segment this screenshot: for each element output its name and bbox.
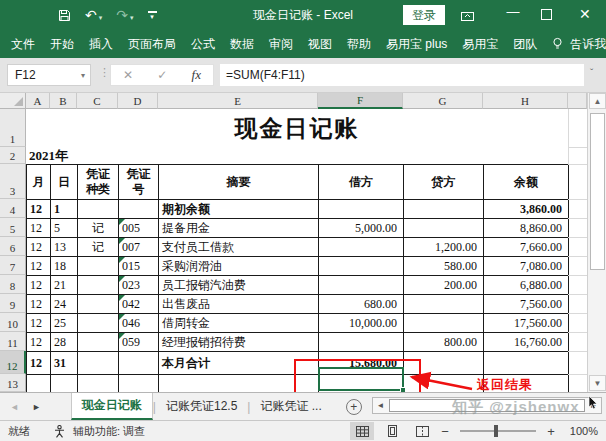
- cell-A6[interactable]: 12: [27, 238, 51, 257]
- column-header-H[interactable]: H: [483, 93, 568, 109]
- scroll-left-icon[interactable]: ◄: [374, 399, 387, 412]
- cell-H10[interactable]: 17,560.00: [484, 314, 569, 333]
- cell-E13[interactable]: [159, 375, 319, 393]
- ribbon-tab-9[interactable]: 易用宝 plus: [385, 36, 448, 53]
- accessibility-status[interactable]: 辅助功能: 调查: [73, 424, 145, 439]
- column-header-E[interactable]: E: [158, 93, 318, 109]
- cell-D9[interactable]: 042: [119, 295, 159, 314]
- login-button[interactable]: 登录: [403, 5, 445, 25]
- cell-G7[interactable]: 580.00: [404, 257, 484, 276]
- cell-C5[interactable]: 记: [78, 219, 119, 238]
- cell-C9[interactable]: [78, 295, 119, 314]
- ribbon-tab-1[interactable]: 开始: [49, 36, 75, 53]
- row-header-10[interactable]: 10: [0, 313, 26, 332]
- cell-G5[interactable]: [404, 219, 484, 238]
- cell-E9[interactable]: 出售废品: [159, 295, 319, 314]
- column-header-B[interactable]: B: [50, 93, 77, 109]
- formula-input[interactable]: =SUM(F4:F11): [220, 64, 584, 86]
- row-header-8[interactable]: 8: [0, 275, 26, 294]
- name-box-dropdown-icon[interactable]: ▾: [81, 71, 85, 80]
- cell-D10[interactable]: 046: [119, 314, 159, 333]
- sheet-tab-0[interactable]: 现金日记账: [71, 393, 153, 420]
- vertical-scrollbar-thumb[interactable]: [590, 113, 605, 270]
- cell-B6[interactable]: 13: [51, 238, 78, 257]
- cell-D13[interactable]: [119, 375, 159, 393]
- cell-A13[interactable]: [27, 375, 51, 393]
- sheet-tab-2[interactable]: 记账凭证 ...: [250, 393, 331, 420]
- view-normal-icon[interactable]: [350, 422, 374, 440]
- cell-C10[interactable]: [78, 314, 119, 333]
- undo-dropdown-icon[interactable]: ▾: [99, 14, 103, 21]
- cell-E12[interactable]: 本月合计: [159, 352, 319, 375]
- cell-B8[interactable]: 21: [51, 276, 78, 295]
- cell-E7[interactable]: 采购润滑油: [159, 257, 319, 276]
- sheet-nav-right-icon[interactable]: ►: [32, 402, 41, 412]
- column-header-D[interactable]: D: [118, 93, 158, 109]
- column-header-G[interactable]: G: [403, 93, 483, 109]
- cell-F6[interactable]: [319, 238, 404, 257]
- cell-A7[interactable]: 12: [27, 257, 51, 276]
- cell-G6[interactable]: 1,200.00: [404, 238, 484, 257]
- view-page-break-icon[interactable]: [410, 422, 434, 440]
- cell-G12[interactable]: [404, 352, 484, 375]
- enter-icon[interactable]: ✓: [157, 68, 167, 82]
- ribbon-tab-8[interactable]: 帮助: [346, 36, 372, 53]
- column-header-partial[interactable]: [568, 93, 587, 109]
- insert-function-icon[interactable]: fx: [192, 67, 201, 83]
- cell-E6[interactable]: 支付员工借款: [159, 238, 319, 257]
- ribbon-tab-0[interactable]: 文件: [10, 36, 36, 53]
- sheet-title-cell[interactable]: 现金日记账: [26, 109, 568, 147]
- cell-B11[interactable]: 28: [51, 333, 78, 352]
- column-header-F[interactable]: F: [318, 93, 403, 109]
- new-sheet-icon[interactable]: +: [346, 399, 362, 415]
- ribbon-tab-10[interactable]: 易用宝: [461, 36, 499, 53]
- cell-B5[interactable]: 5: [51, 219, 78, 238]
- redo-button[interactable]: ↷▾: [116, 6, 133, 24]
- cell-D12[interactable]: [119, 352, 159, 375]
- cell-F5[interactable]: 5,000.00: [319, 219, 404, 238]
- cell-F4[interactable]: [319, 200, 404, 219]
- scroll-down-icon[interactable]: ▼: [589, 375, 606, 391]
- table-header-6[interactable]: 贷方: [404, 165, 484, 200]
- cell-F7[interactable]: [319, 257, 404, 276]
- cell-D6[interactable]: 007: [119, 238, 159, 257]
- select-all-button[interactable]: [0, 93, 26, 109]
- zoom-slider[interactable]: [460, 430, 536, 432]
- cell-F13[interactable]: [319, 375, 404, 393]
- cell-G9[interactable]: [404, 295, 484, 314]
- ribbon-tab-7[interactable]: 视图: [307, 36, 333, 53]
- close-button[interactable]: ✕: [579, 6, 591, 22]
- row-header-1[interactable]: 1: [0, 109, 26, 147]
- cell-F10[interactable]: 10,000.00: [319, 314, 404, 333]
- cell-F12[interactable]: 15,680.00: [319, 352, 404, 375]
- cell-A9[interactable]: 12: [27, 295, 51, 314]
- maximize-button[interactable]: [541, 9, 552, 20]
- ribbon-tab-2[interactable]: 插入: [88, 36, 114, 53]
- ribbon-tab-4[interactable]: 公式: [190, 36, 216, 53]
- cell-A11[interactable]: 12: [27, 333, 51, 352]
- row-header-13[interactable]: 13: [0, 374, 26, 392]
- table-header-1[interactable]: 日: [51, 165, 78, 200]
- name-box[interactable]: F12 ▾: [7, 64, 91, 86]
- minimize-button[interactable]: —: [502, 4, 524, 19]
- ribbon-tab-6[interactable]: 审阅: [268, 36, 294, 53]
- cell-E11[interactable]: 经理报销招待费: [159, 333, 319, 352]
- cell-E4[interactable]: 期初余额: [159, 200, 319, 219]
- cancel-icon[interactable]: ✕: [123, 68, 133, 82]
- row-header-7[interactable]: 7: [0, 256, 26, 275]
- cell-G13[interactable]: [404, 375, 484, 393]
- table-header-3[interactable]: 凭证号: [119, 165, 159, 200]
- cell-A5[interactable]: 12: [27, 219, 51, 238]
- cell-E10[interactable]: 借周转金: [159, 314, 319, 333]
- row-header-6[interactable]: 6: [0, 237, 26, 256]
- cell-F8[interactable]: [319, 276, 404, 295]
- cell-F9[interactable]: 680.00: [319, 295, 404, 314]
- row-header-3[interactable]: 3: [0, 164, 26, 199]
- zoom-slider-thumb[interactable]: [494, 425, 498, 437]
- sheet-tab-1[interactable]: 记账凭证12.5: [156, 393, 247, 420]
- cell-B4[interactable]: 1: [51, 200, 78, 219]
- undo-button[interactable]: ↶▾: [85, 6, 102, 24]
- sheet-nav-left-icon[interactable]: ◄: [10, 402, 19, 412]
- cell-B7[interactable]: 18: [51, 257, 78, 276]
- zoom-out-icon[interactable]: −: [440, 424, 450, 439]
